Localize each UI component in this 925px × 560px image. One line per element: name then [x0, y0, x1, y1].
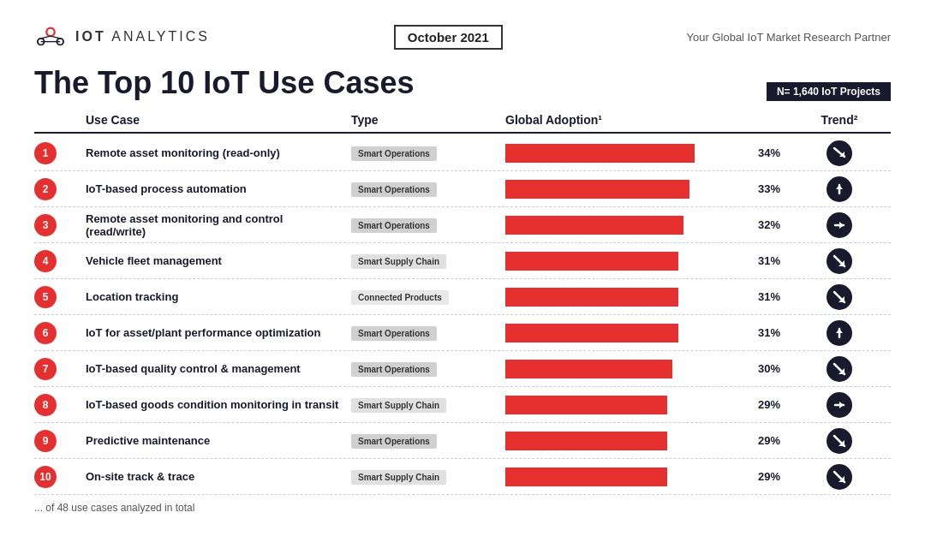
bar-fill — [505, 252, 678, 271]
table-row: 10 On-site track & trace Smart Supply Ch… — [34, 459, 891, 495]
use-case-name: Location tracking — [86, 290, 351, 303]
trend-icon — [827, 464, 852, 490]
trend-cell — [788, 428, 891, 454]
svg-line-4 — [51, 36, 60, 39]
type-cell: Connected Products — [351, 289, 497, 305]
use-case-name: Remote asset monitoring and control (rea… — [86, 212, 351, 238]
type-cell: Smart Operations — [351, 360, 497, 377]
type-badge: Smart Supply Chain — [351, 254, 446, 269]
table-row: 4 Vehicle fleet management Smart Supply … — [34, 243, 891, 279]
type-badge: Smart Supply Chain — [351, 398, 446, 413]
svg-line-3 — [41, 36, 51, 39]
rank-circle: 3 — [34, 214, 57, 236]
bar-container: 32% — [497, 216, 788, 235]
bar-pct: 29% — [758, 470, 788, 483]
bar-container: 30% — [497, 360, 788, 378]
bar-fill — [505, 216, 683, 235]
trend-icon — [827, 392, 852, 418]
trend-cell — [788, 140, 891, 166]
bar-wrapper — [505, 396, 751, 414]
rank-circle: 1 — [34, 142, 57, 164]
bar-pct: 31% — [758, 290, 788, 303]
logo-icon — [34, 24, 67, 50]
bar-container: 31% — [497, 288, 788, 307]
col-header-trend: Trend² — [788, 113, 891, 127]
type-cell: Smart Supply Chain — [351, 253, 497, 269]
type-badge: Smart Operations — [351, 326, 437, 341]
logo-text: IOT ANALYTICS — [75, 29, 210, 45]
title-section: The Top 10 IoT Use Cases N= 1,640 IoT Pr… — [34, 65, 891, 101]
use-case-name: Vehicle fleet management — [86, 254, 351, 267]
trend-cell — [788, 464, 891, 490]
bar-fill — [505, 324, 678, 343]
bar-wrapper — [505, 216, 751, 235]
col-header-adoption: Global Adoption¹ — [497, 113, 788, 127]
svg-marker-9 — [836, 185, 843, 189]
header: IOT ANALYTICS October 2021 Your Global I… — [34, 24, 891, 50]
type-cell: Smart Operations — [351, 432, 497, 449]
bar-wrapper — [505, 360, 751, 378]
table-header: Use Case Type Global Adoption¹ Trend² — [34, 113, 891, 134]
bar-wrapper — [505, 288, 751, 307]
table-row: 6 IoT for asset/plant performance optimi… — [34, 315, 891, 351]
rank-cell: 9 — [34, 430, 86, 452]
table-row: 3 Remote asset monitoring and control (r… — [34, 207, 891, 243]
bar-pct: 30% — [758, 362, 788, 375]
use-case-name: IoT-based process automation — [86, 182, 351, 195]
use-case-name: IoT for asset/plant performance optimiza… — [86, 326, 351, 339]
type-cell: Smart Operations — [351, 217, 497, 233]
col-header-type: Type — [351, 113, 497, 127]
bar-wrapper — [505, 252, 751, 271]
bar-pct: 33% — [758, 182, 788, 195]
table-body: 1 Remote asset monitoring (read-only) Sm… — [34, 135, 891, 495]
table-container: Use Case Type Global Adoption¹ Trend² 1 … — [34, 113, 891, 514]
rank-cell: 5 — [34, 286, 86, 308]
bar-container: 29% — [497, 396, 788, 414]
rank-circle: 7 — [34, 358, 57, 380]
bar-wrapper — [505, 144, 751, 163]
trend-icon — [827, 140, 852, 166]
bar-container: 33% — [497, 180, 788, 199]
type-badge: Smart Operations — [351, 182, 437, 197]
trend-cell — [788, 356, 891, 382]
rank-cell: 4 — [34, 250, 86, 272]
trend-cell — [788, 392, 891, 418]
trend-cell — [788, 284, 891, 310]
rank-cell: 1 — [34, 142, 86, 164]
col-header-usecase: Use Case — [86, 113, 351, 127]
trend-cell — [788, 320, 891, 346]
type-cell: Smart Operations — [351, 325, 497, 341]
bar-container: 29% — [497, 432, 788, 450]
rank-circle: 6 — [34, 322, 57, 344]
rank-circle: 8 — [34, 394, 57, 416]
svg-point-0 — [46, 28, 54, 36]
footnote: ... of 48 use cases analyzed in total — [34, 502, 891, 514]
bar-pct: 32% — [758, 218, 788, 231]
rank-circle: 10 — [34, 466, 57, 488]
bar-fill — [505, 180, 689, 199]
trend-icon — [827, 176, 852, 202]
type-badge: Smart Supply Chain — [351, 470, 446, 485]
table-row: 5 Location tracking Connected Products 3… — [34, 279, 891, 315]
trend-cell — [788, 248, 891, 274]
rank-cell: 6 — [34, 322, 86, 344]
bar-pct: 31% — [758, 254, 788, 267]
svg-marker-21 — [839, 402, 844, 408]
bar-fill — [505, 396, 667, 414]
trend-icon — [827, 356, 852, 382]
svg-marker-17 — [836, 329, 843, 333]
table-row: 7 IoT-based quality control & management… — [34, 351, 891, 387]
table-row: 8 IoT-based goods condition monitoring i… — [34, 387, 891, 423]
col-header-rank — [34, 113, 86, 127]
use-case-name: IoT-based goods condition monitoring in … — [86, 398, 351, 411]
rank-circle: 2 — [34, 178, 57, 200]
trend-icon — [827, 212, 852, 238]
logo-area: IOT ANALYTICS — [34, 24, 210, 50]
rank-cell: 2 — [34, 178, 86, 200]
rank-circle: 5 — [34, 286, 57, 308]
date-badge: October 2021 — [394, 25, 503, 50]
bar-container: 31% — [497, 324, 788, 343]
n-badge: N= 1,640 IoT Projects — [767, 82, 891, 101]
use-case-name: Remote asset monitoring (read-only) — [86, 146, 351, 159]
table-row: 2 IoT-based process automation Smart Ope… — [34, 171, 891, 207]
